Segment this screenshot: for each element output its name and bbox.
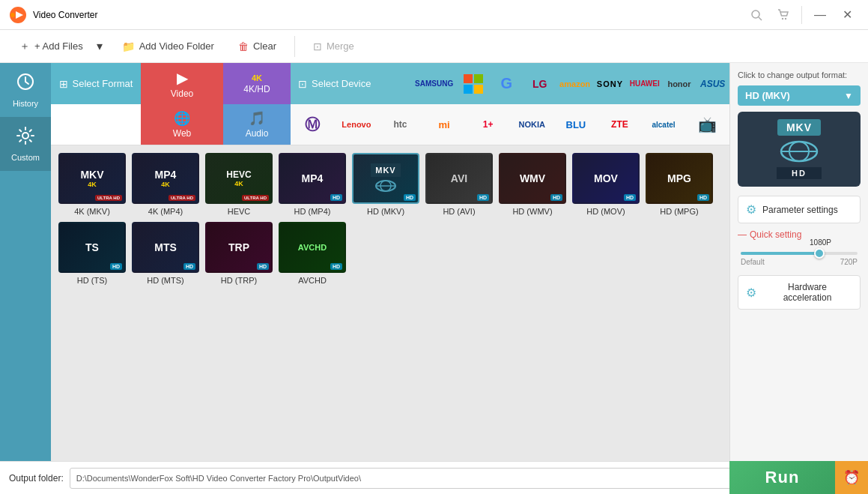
output-folder-input[interactable]: [70, 468, 805, 489]
slider-labels: Default 720P: [741, 258, 858, 266]
hw-icon: ⚙: [746, 286, 756, 300]
hd-category[interactable]: 4K 4K/HD: [223, 63, 291, 104]
brand-htc[interactable]: htc: [378, 116, 422, 133]
svg-point-2: [10, 13, 15, 17]
brand-microsoft[interactable]: [456, 63, 490, 104]
output-format-label: Click to change output format:: [738, 70, 861, 79]
preview-logo: [779, 139, 820, 164]
minimize-button[interactable]: —: [808, 3, 832, 27]
format-hd-ts[interactable]: TS HD HD (TS): [58, 222, 126, 285]
clear-icon: 🗑: [238, 40, 249, 52]
brand-lg[interactable]: LG: [523, 63, 556, 104]
svg-rect-10: [474, 74, 483, 83]
motorola-logo: Ⓜ: [305, 115, 320, 135]
preview-res: HD: [777, 167, 822, 179]
brand-asus[interactable]: ASUS: [696, 63, 729, 104]
select-device-tab[interactable]: ⊡ Select Device: [291, 63, 378, 104]
brand-google[interactable]: G: [490, 63, 523, 104]
search-button[interactable]: [744, 3, 768, 27]
format-hd-avi[interactable]: AVI HD HD (AVI): [425, 153, 493, 216]
format-4k-mp4[interactable]: MP4 4K ULTRA HD 4K (MP4): [132, 153, 199, 216]
app-logo: [9, 6, 27, 24]
brand-samsung[interactable]: SAMSUNG: [412, 63, 456, 104]
sidebar-item-custom[interactable]: Custom: [0, 117, 51, 171]
brand-honor[interactable]: honor: [663, 63, 696, 104]
alarm-button[interactable]: ⏰: [835, 461, 868, 494]
alcatel-logo: alcatel: [652, 121, 675, 129]
brand-mi[interactable]: mi: [422, 116, 467, 133]
hardware-acceleration-button[interactable]: ⚙ Hardware acceleration: [738, 275, 861, 310]
audio-icon: 🎵: [249, 110, 265, 127]
format-tab-icon: ⊞: [59, 78, 68, 90]
brand-apple[interactable]: [378, 63, 412, 104]
add-video-folder-button[interactable]: 📁 Add Video Folder: [112, 36, 225, 57]
settings-icon: ⚙: [746, 202, 756, 217]
brand-huawei[interactable]: HUAWEI: [627, 63, 663, 104]
svg-point-6: [785, 17, 786, 19]
format-hd-wmv[interactable]: WMV HD HD (WMV): [499, 153, 566, 216]
format-hd-trp[interactable]: TRP HD HD (TRP): [205, 222, 273, 285]
folder-icon: 📁: [122, 40, 135, 52]
merge-button[interactable]: ⊡ Merge: [303, 36, 365, 57]
web-category[interactable]: 🌐 Web: [141, 104, 223, 145]
format-area: ⊞ Select Format ▶ Video 4K 4K/HD ⊡ Selec…: [51, 63, 729, 461]
htc-logo: htc: [393, 119, 407, 130]
format-avchd[interactable]: AVCHD HD AVCHD: [279, 222, 346, 285]
brand-amazon[interactable]: amazon: [556, 63, 593, 104]
format-selector-text: HD (MKV): [745, 90, 790, 101]
brand-alcatel[interactable]: alcatel: [642, 118, 686, 132]
add-files-button[interactable]: ＋ + Add Files: [9, 35, 94, 58]
nokia-logo: NOKIA: [519, 120, 545, 129]
web-icon: 🌐: [174, 110, 190, 127]
brand-motorola[interactable]: Ⓜ: [291, 112, 335, 138]
format-hd-mpg[interactable]: MPG HD HD (MPG): [646, 153, 713, 216]
alarm-icon: ⏰: [843, 469, 860, 486]
honor-logo: honor: [667, 79, 691, 88]
slider-thumb[interactable]: [814, 248, 825, 259]
title-left: Video Converter: [9, 6, 98, 24]
format-preview: MKV HD: [738, 112, 861, 187]
format-hd-mkv[interactable]: MKV HD HD (MKV): [352, 153, 419, 216]
format-hd-mp4[interactable]: MP4 HD HD (MP4): [279, 153, 346, 216]
quick-setting-section: Quick setting 1080P Default 720P: [738, 229, 861, 266]
slider-track[interactable]: [741, 252, 858, 255]
format-hd-mov[interactable]: MOV HD HD (MOV): [572, 153, 640, 216]
oneplus-logo: 1+: [483, 119, 494, 130]
audio-category[interactable]: 🎵 Audio: [223, 104, 291, 145]
run-button[interactable]: Run: [729, 461, 835, 494]
slider-value-label: 1080P: [810, 238, 831, 247]
select-format-tab[interactable]: ⊞ Select Format: [51, 63, 141, 104]
brand-zte[interactable]: ZTE: [598, 116, 642, 133]
parameter-settings-button[interactable]: ⚙ Parameter settings: [738, 196, 861, 223]
bottom-bar: Output folder: 📁 ⊡ Run ⏰: [0, 461, 868, 494]
sidebar-item-history[interactable]: History: [0, 63, 51, 117]
toolbar-separator: [294, 36, 295, 57]
format-4k-mkv[interactable]: MKV 4K ULTRA HD 4K (MKV): [58, 153, 126, 216]
preview-ext: MKV: [777, 119, 821, 136]
tv-logo: 📺: [698, 115, 717, 133]
svg-rect-12: [474, 85, 483, 94]
app-title: Video Converter: [33, 10, 98, 20]
svg-point-3: [752, 10, 759, 18]
title-separator: [801, 6, 802, 24]
brand-tv[interactable]: 📺: [685, 112, 729, 136]
custom-icon: [16, 126, 35, 150]
format-grid: MKV 4K ULTRA HD 4K (MKV) MP4 4K ULTRA HD…: [51, 145, 729, 461]
brand-nokia[interactable]: NOKIA: [510, 117, 554, 132]
brand-lenovo[interactable]: Lenovo: [335, 117, 379, 132]
format-selector[interactable]: HD (MKV) ▼: [738, 85, 861, 106]
brand-sony[interactable]: SONY: [593, 63, 627, 104]
close-button[interactable]: ✕: [835, 3, 859, 27]
brand-blu[interactable]: BLU: [554, 116, 598, 133]
clear-button[interactable]: 🗑 Clear: [228, 36, 287, 57]
slider-container: 1080P Default 720P: [738, 252, 861, 266]
add-files-dropdown-button[interactable]: ▾: [91, 34, 109, 58]
video-category[interactable]: ▶ Video: [141, 63, 223, 104]
sony-logo: SONY: [597, 79, 623, 88]
brand-oneplus[interactable]: 1+: [466, 116, 510, 133]
format-hd-mts[interactable]: MTS HD HD (MTS): [132, 222, 199, 285]
device-tab-icon: ⊡: [298, 78, 307, 90]
cart-button[interactable]: [771, 3, 795, 27]
format-hevc[interactable]: HEVC 4K ULTRA HD HEVC: [205, 153, 273, 216]
amazon-logo: amazon: [559, 79, 590, 88]
